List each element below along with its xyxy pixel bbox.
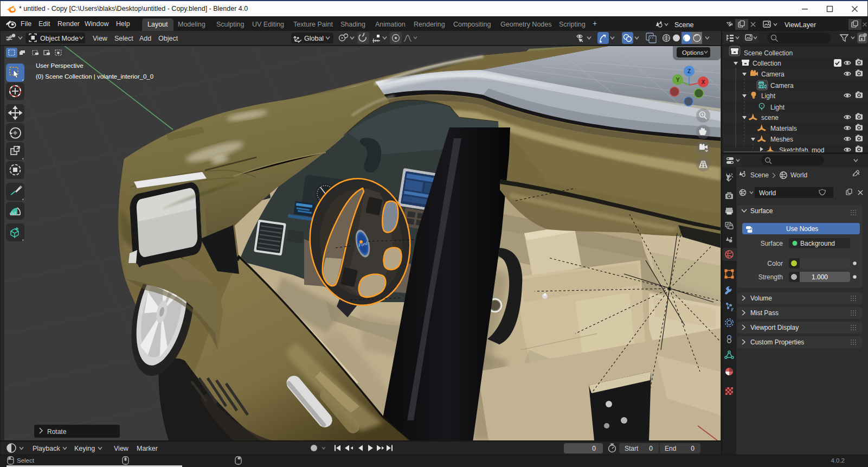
svg-text:Light: Light: [770, 104, 785, 111]
svg-text:Surface: Surface: [750, 207, 773, 215]
svg-text:Mist Pass: Mist Pass: [750, 309, 779, 317]
svg-text:Light: Light: [761, 92, 776, 100]
svg-text:Marker: Marker: [137, 445, 158, 452]
svg-text:Color: Color: [767, 260, 783, 267]
svg-text:Use Nodes: Use Nodes: [786, 225, 818, 233]
svg-text:0: 0: [649, 445, 653, 452]
svg-text:Collection: Collection: [753, 60, 781, 67]
svg-text:Camera: Camera: [770, 82, 794, 89]
svg-text:Global: Global: [304, 35, 324, 42]
svg-text:Camera: Camera: [761, 71, 785, 78]
svg-text:scene: scene: [761, 114, 779, 121]
svg-text:Object: Object: [158, 35, 178, 42]
svg-text:0: 0: [691, 445, 695, 452]
svg-text:Scene: Scene: [674, 21, 693, 29]
svg-text:Surface: Surface: [761, 240, 783, 247]
svg-text:Playback: Playback: [33, 445, 60, 452]
svg-text:Scene Collection: Scene Collection: [744, 49, 793, 57]
svg-text:ViewLayer: ViewLayer: [785, 21, 816, 29]
svg-text:Custom Properties: Custom Properties: [750, 338, 804, 346]
svg-text:Scene: Scene: [750, 171, 769, 179]
svg-text:Object Mode: Object Mode: [40, 35, 79, 42]
svg-text:World: World: [759, 189, 776, 197]
svg-text:View: View: [93, 35, 108, 42]
svg-text:World: World: [790, 171, 807, 179]
svg-text:Start: Start: [625, 445, 639, 452]
svg-text:Meshes: Meshes: [770, 136, 793, 143]
svg-text:Viewport Display: Viewport Display: [750, 324, 799, 331]
svg-text:Volume: Volume: [750, 295, 772, 302]
svg-text:Add: Add: [139, 35, 151, 42]
svg-text:Select: Select: [114, 35, 133, 42]
svg-text:0: 0: [592, 445, 596, 452]
svg-text:View: View: [114, 445, 129, 452]
svg-text:End: End: [665, 445, 676, 452]
svg-text:Strength: Strength: [758, 273, 783, 281]
svg-text:Materials: Materials: [770, 125, 797, 132]
svg-text:1.000: 1.000: [812, 273, 828, 281]
svg-text:Keying: Keying: [74, 445, 95, 452]
svg-text:Background: Background: [800, 240, 835, 247]
